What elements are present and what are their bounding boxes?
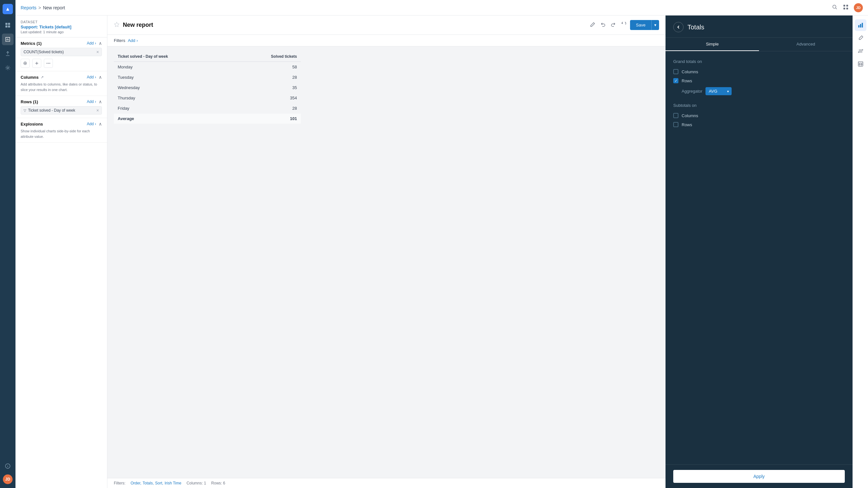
apply-button[interactable]: Apply [673, 470, 845, 483]
metrics-chip-remove[interactable]: × [96, 50, 99, 54]
totals-body: Grand totals on Columns Rows Aggregator [665, 51, 852, 464]
explosions-add-link[interactable]: Add › [87, 122, 96, 126]
rows-section: Rows (1) Add › ∧ ▽ Ticket solved - Day o… [16, 96, 107, 118]
right-icon-panel [852, 16, 868, 488]
table-cell-count: 354 [232, 93, 301, 103]
average-value: 101 [232, 114, 301, 124]
breadcrumb: Reports > New report [21, 5, 65, 10]
data-table: Ticket solved - Day of week Solved ticke… [114, 52, 301, 124]
search-icon[interactable] [832, 4, 838, 11]
swap-axes-icon[interactable] [855, 45, 866, 57]
svg-point-11 [46, 63, 48, 64]
table-cell-count: 28 [232, 103, 301, 114]
filter-tag-sort[interactable]: Sort, [155, 481, 163, 485]
aggregator-select[interactable]: AVG SUM MIN MAX COUNT [706, 87, 732, 95]
svg-point-5 [833, 5, 836, 8]
totals-tabs: Simple Advanced [665, 38, 852, 51]
grand-totals-rows-label: Rows [682, 79, 692, 83]
redo-icon[interactable] [610, 21, 617, 29]
nav-support-icon[interactable] [2, 460, 13, 472]
svg-rect-3 [8, 26, 10, 27]
filter-tags: Order, Totals, Sort, Irish Time [131, 481, 181, 485]
columns-add-link[interactable]: Add › [87, 75, 96, 79]
save-dropdown-button[interactable]: ▾ [651, 20, 659, 30]
refresh-icon[interactable] [620, 21, 627, 29]
table-view-icon[interactable] [855, 58, 866, 70]
dataset-label: Dataset [21, 20, 102, 24]
average-label: Average [114, 114, 232, 124]
aggregator-row: Aggregator AVG SUM MIN MAX COUNT [682, 87, 845, 95]
subtotals-columns-option: Columns [673, 113, 845, 118]
dataset-name[interactable]: Support: Tickets [default] [21, 25, 102, 29]
top-bar-icons: JD [832, 3, 863, 12]
table-cell-day: Wednesday [114, 83, 232, 93]
columns-section: Columns ↗ Add › ∧ Add attributes to colu… [16, 71, 107, 96]
totals-tab-advanced[interactable]: Advanced [759, 38, 852, 51]
table-cell-day: Thursday [114, 93, 232, 103]
nav-upload-icon[interactable] [2, 48, 13, 59]
edit-icon[interactable] [589, 21, 596, 29]
svg-point-13 [49, 63, 50, 64]
rows-chip: ▽ Ticket solved - Day of week × [21, 106, 102, 115]
svg-rect-14 [858, 25, 859, 27]
svg-rect-0 [5, 23, 7, 25]
filter-tag-totals[interactable]: Totals, [143, 481, 154, 485]
explosions-section: Explosions Add › ∧ Show individual chart… [16, 118, 107, 143]
metrics-title: Metrics (1) [21, 41, 41, 46]
metrics-filter-icon[interactable] [21, 59, 30, 68]
dataset-updated: Last updated: 1 minute ago [21, 30, 102, 34]
svg-point-4 [7, 67, 8, 68]
totals-panel: Totals Simple Advanced Grand totals on C… [665, 16, 852, 488]
nav-reports-icon[interactable] [2, 34, 13, 45]
columns-icon: ↗ [41, 75, 43, 79]
chart-type-icon[interactable] [855, 19, 866, 31]
svg-rect-9 [846, 8, 848, 9]
columns-collapse-btn[interactable]: ∧ [99, 75, 102, 80]
filters-add-link[interactable]: Add › [128, 38, 138, 43]
table-row: Wednesday 35 [114, 83, 301, 93]
totals-tab-simple[interactable]: Simple [665, 38, 759, 51]
subtotals-label: Subtotals on [673, 103, 845, 108]
grand-totals-columns-checkbox[interactable] [673, 69, 678, 74]
metrics-collapse-btn[interactable]: ∧ [99, 41, 102, 46]
apply-btn-area: Apply [665, 464, 852, 488]
grand-totals-rows-checkbox[interactable] [673, 78, 678, 83]
rows-title: Rows (1) [21, 99, 38, 104]
star-icon[interactable] [114, 22, 120, 28]
left-navigation: ▲ JD [0, 0, 16, 488]
metrics-more-icon[interactable] [44, 59, 53, 68]
nav-settings-icon[interactable] [2, 62, 13, 74]
report-header: New report [107, 16, 665, 35]
subtotals-columns-checkbox[interactable] [673, 113, 678, 118]
report-area: New report [107, 16, 665, 488]
col1-header: Ticket solved - Day of week [114, 52, 232, 62]
nav-home-icon[interactable] [2, 19, 13, 31]
app-logo[interactable]: ▲ [3, 4, 13, 14]
filters-label: Filters [114, 38, 125, 43]
rows-add-link[interactable]: Add › [87, 99, 96, 104]
subtotals-rows-option: Rows [673, 122, 845, 127]
save-btn-group: Save ▾ [630, 20, 659, 30]
subtotals-rows-checkbox[interactable] [673, 122, 678, 127]
columns-description: Add attributes to columns, like dates or… [21, 82, 102, 92]
totals-back-button[interactable] [673, 22, 684, 32]
apps-icon[interactable] [843, 4, 849, 11]
filter-tag-order[interactable]: Order, [131, 481, 141, 485]
rows-chip-remove[interactable]: × [96, 108, 99, 113]
grand-totals-rows-option: Rows [673, 78, 845, 83]
breadcrumb-reports-link[interactable]: Reports [21, 5, 36, 10]
filter-tag-irish-time[interactable]: Irish Time [164, 481, 181, 485]
metrics-chip: COUNT(Solved tickets) × [21, 48, 102, 56]
save-button[interactable]: Save [630, 20, 651, 30]
rows-collapse-btn[interactable]: ∧ [99, 99, 102, 104]
top-bar-avatar[interactable]: JD [854, 3, 863, 12]
svg-rect-17 [858, 62, 863, 66]
undo-icon[interactable] [599, 21, 607, 29]
edit-report-icon[interactable] [855, 32, 866, 44]
breadcrumb-current: New report [43, 5, 65, 10]
user-avatar[interactable]: JD [3, 475, 12, 484]
metrics-add-link[interactable]: Add › [87, 41, 96, 46]
metrics-split-icon[interactable] [32, 59, 41, 68]
sidebar-panel: Dataset Support: Tickets [default] Last … [16, 16, 107, 488]
explosions-collapse-btn[interactable]: ∧ [99, 121, 102, 126]
